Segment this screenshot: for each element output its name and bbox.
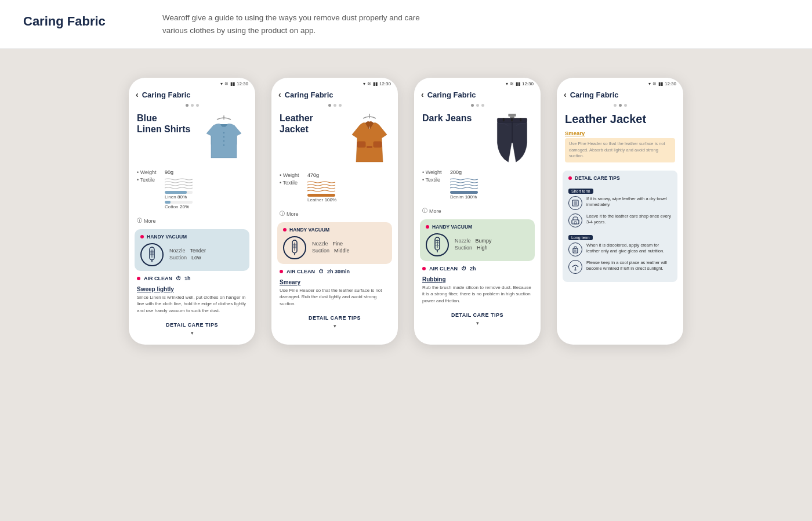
back-arrow-icon-4[interactable]: ‹ bbox=[564, 90, 567, 99]
product-details-3: • Weight 200g • Textile Denim 100% bbox=[414, 169, 541, 205]
product-section-3: Dark Jeans bbox=[414, 110, 541, 169]
care-tip-text-3: When it is discolored, apply cream for l… bbox=[586, 243, 672, 255]
battery-icon-2: ▮▮ bbox=[373, 81, 378, 86]
header-description: Wearoff give a guide to using the ways y… bbox=[162, 12, 429, 37]
care-tip-text-1: If it is snowy, wipe leather with a dry … bbox=[586, 196, 672, 208]
phone-header-3: ‹ Caring Fabric bbox=[414, 88, 541, 103]
signal-icon-2: ▾ bbox=[363, 81, 365, 86]
chevron-down-3: ▾ bbox=[414, 320, 541, 330]
method-title-2: Smeary bbox=[280, 279, 390, 285]
product-name-2: LeatherJacket bbox=[280, 113, 313, 135]
vacuum-details-2: Nozzle Fine Suction Middle bbox=[312, 241, 350, 255]
textile-pattern-3 bbox=[450, 177, 479, 190]
svg-rect-38 bbox=[574, 222, 577, 224]
vacuum-icon-1 bbox=[140, 243, 164, 266]
product-name-1: BlueLinen Shirts bbox=[137, 113, 190, 135]
signal-icon-4: ▾ bbox=[648, 81, 651, 86]
dot-1 bbox=[186, 104, 188, 107]
svg-rect-28 bbox=[511, 118, 513, 122]
care-tip-2: Leave it to the leather care shop once e… bbox=[568, 214, 672, 227]
svg-rect-14 bbox=[367, 146, 372, 148]
method-title-1: Sweep lightly bbox=[137, 286, 247, 292]
umbrella-icon bbox=[568, 260, 582, 274]
shirt-image bbox=[201, 113, 247, 165]
vacuum-icon-2 bbox=[283, 236, 306, 259]
dot-2 bbox=[191, 104, 194, 107]
vacuum-details-3: Nozzle Bumpy Suction High bbox=[455, 238, 492, 252]
page-header: Caring Fabric Wearoff give a guide to us… bbox=[0, 0, 812, 49]
jacket-image bbox=[349, 113, 390, 168]
svg-point-2 bbox=[223, 136, 224, 138]
care-tip-3: When it is discolored, apply cream for l… bbox=[568, 243, 672, 256]
svg-rect-29 bbox=[520, 118, 521, 122]
app-name-4: Caring Fabric bbox=[570, 91, 619, 99]
dot-3 bbox=[196, 104, 199, 107]
wifi-icon-4: ≋ bbox=[652, 81, 657, 86]
method-section-2: Smeary Use Fine Header so that the leath… bbox=[271, 277, 398, 310]
svg-point-1 bbox=[223, 132, 224, 133]
dot-2-1 bbox=[328, 104, 331, 107]
vacuum-icon-3 bbox=[426, 233, 449, 256]
battery-icon-4: ▮▮ bbox=[658, 81, 663, 86]
product-details-1: • Weight 90g • Textile Linen 80% bbox=[129, 169, 255, 215]
svg-rect-37 bbox=[572, 220, 579, 224]
vacuum-section-3: HANDY VACUUM Nozzle Bump bbox=[420, 219, 535, 261]
wifi-icon-2: ≋ bbox=[367, 81, 371, 86]
care-tag-section: Smeary Use Fine Header so that the leath… bbox=[557, 125, 683, 168]
battery-icon-3: ▮▮ bbox=[516, 81, 520, 86]
dot-4-1 bbox=[614, 104, 617, 107]
vacuum-details-1: Nozzle Tender Suction Low bbox=[169, 248, 206, 262]
page-dots-2 bbox=[271, 103, 398, 110]
detail-tips-footer-2[interactable]: DETAIL CARE TIPS bbox=[271, 310, 398, 323]
svg-rect-39 bbox=[573, 248, 578, 253]
phone-3: ▾ ≋ ▮▮ 12:30 ‹ Caring Fabric Dark Jeans bbox=[414, 78, 541, 345]
method-title-3: Rubbing bbox=[422, 276, 532, 283]
back-arrow-icon-2[interactable]: ‹ bbox=[278, 90, 281, 99]
svg-rect-24 bbox=[510, 117, 514, 118]
detail-tips-footer-1[interactable]: DETAIL CARE TIPS bbox=[129, 317, 255, 330]
back-arrow-icon-3[interactable]: ‹ bbox=[421, 90, 424, 99]
time-display-3: 12:30 bbox=[522, 81, 534, 86]
svg-point-3 bbox=[223, 140, 224, 142]
air-clean-2: AIR CLEAN ⏱ 2h 30min bbox=[271, 266, 398, 277]
dot-2-3 bbox=[339, 104, 342, 107]
air-clean-3: AIR CLEAN ⏱ 2h bbox=[414, 263, 541, 274]
phone-header-1: ‹ Caring Fabric bbox=[129, 88, 255, 103]
short-term-badge: Short term bbox=[568, 189, 593, 194]
app-name-3: Caring Fabric bbox=[427, 91, 476, 99]
status-bar-2: ▾ ≋ ▮▮ 12:30 bbox=[271, 78, 398, 88]
signal-icon: ▾ bbox=[220, 81, 223, 86]
back-arrow-icon[interactable]: ‹ bbox=[136, 90, 139, 99]
phone-2: ▾ ≋ ▮▮ 12:30 ‹ Caring Fabric LeatherJack… bbox=[271, 78, 398, 345]
phone-header-2: ‹ Caring Fabric bbox=[271, 88, 398, 103]
vacuum-title-2: HANDY VACUUM bbox=[283, 227, 386, 233]
signal-icon-3: ▾ bbox=[506, 81, 508, 86]
textile-pattern-2 bbox=[307, 180, 336, 193]
method-desc-1: Since Linen is wrinkled well, put clothe… bbox=[137, 294, 247, 314]
phone-4: ▾ ≋ ▮▮ 12:30 ‹ Caring Fabric Leather Jac… bbox=[557, 78, 683, 345]
svg-rect-40 bbox=[574, 247, 577, 248]
detail-tips-footer-3[interactable]: DETAIL CARE TIPS bbox=[414, 307, 541, 320]
more-link-3[interactable]: ⓘMore bbox=[414, 205, 541, 217]
product-details-2: • Weight 470g • Textile Leather 10 bbox=[271, 172, 398, 208]
svg-rect-16 bbox=[374, 142, 382, 147]
more-link-1[interactable]: ⓘMore bbox=[129, 215, 255, 227]
method-section-3: Rubbing Rub the brush made silicon to re… bbox=[414, 274, 541, 307]
page-dots-4 bbox=[557, 103, 683, 110]
phone-header-4: ‹ Caring Fabric bbox=[557, 88, 683, 103]
phone-1: ▾ ≋ ▮▮ 12:30 ‹ Caring Fabric BlueLinen S… bbox=[129, 78, 255, 345]
cream-icon bbox=[568, 243, 582, 256]
care-block-title: DETAIL CARE TIPS bbox=[568, 175, 672, 181]
more-link-2[interactable]: ⓘMore bbox=[271, 208, 398, 220]
product-name-3: Dark Jeans bbox=[422, 113, 472, 124]
status-bar-4: ▾ ≋ ▮▮ 12:30 bbox=[557, 78, 683, 88]
tag-subtitle: Smeary bbox=[565, 130, 675, 136]
status-bar-1: ▾ ≋ ▮▮ 12:30 bbox=[129, 78, 255, 88]
page-dots-3 bbox=[414, 103, 541, 110]
dot-2-2 bbox=[334, 104, 336, 107]
long-term-badge: Long term bbox=[568, 235, 593, 240]
vacuum-section-1: HANDY VACUUM Nozzle Tend bbox=[135, 229, 249, 271]
care-tip-4: Please keep in a cool place as leather w… bbox=[568, 260, 672, 274]
vacuum-section-2: HANDY VACUUM Nozzle Fine bbox=[277, 222, 392, 264]
status-bar-3: ▾ ≋ ▮▮ 12:30 bbox=[414, 78, 541, 88]
